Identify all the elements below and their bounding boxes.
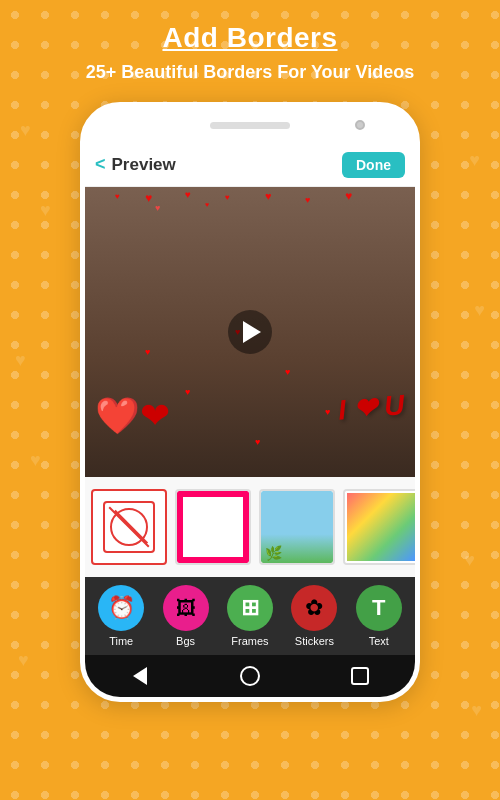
ilu-sticker: I ❤ U [337, 391, 406, 425]
text-icon: T [372, 595, 385, 621]
tool-stickers[interactable]: ✿ Stickers [291, 585, 337, 647]
bg-heart-9: ♥ [471, 700, 482, 721]
scatter-4: ♥ [325, 407, 335, 417]
time-label: Time [109, 635, 133, 647]
tool-bgs[interactable]: 🖼 Bgs [163, 585, 209, 647]
tool-time[interactable]: ⏰ Time [98, 585, 144, 647]
nav-home-button[interactable] [236, 662, 264, 690]
page-title: Add Borders [162, 22, 337, 54]
bgs-label: Bgs [176, 635, 195, 647]
no-frame-circle [110, 508, 148, 546]
colorful-inner [347, 493, 415, 561]
app-content: < Preview Done ♥ ♥ ♥ ♥ ♥ ♥ ♥ ♥ ♥ [85, 143, 415, 655]
time-icon-bg: ⏰ [98, 585, 144, 631]
stickers-label: Stickers [295, 635, 334, 647]
frame-nature[interactable] [259, 489, 335, 565]
scatter-5: ♥ [255, 437, 265, 447]
tool-text[interactable]: T Text [356, 585, 402, 647]
nav-home-icon [240, 666, 260, 686]
vid-heart-1: ♥ [145, 191, 152, 205]
bgs-icon: 🖼 [176, 597, 196, 620]
bg-heart-8: ♥ [18, 650, 29, 671]
stickers-icon: ✿ [305, 595, 323, 621]
frame-pink[interactable] [175, 489, 251, 565]
nav-recents-button[interactable] [346, 662, 374, 690]
vid-heart-5: ♥ [305, 195, 310, 205]
text-icon-bg: T [356, 585, 402, 631]
nav-back-button[interactable] [126, 662, 154, 690]
vid-heart-3: ♥ [225, 193, 230, 202]
phone-frame: < Preview Done ♥ ♥ ♥ ♥ ♥ ♥ ♥ ♥ ♥ [80, 102, 420, 702]
bgs-icon-bg: 🖼 [163, 585, 209, 631]
vid-heart-2: ♥ [185, 189, 191, 200]
text-label: Text [369, 635, 389, 647]
scatter-3: ♥ [185, 387, 195, 397]
frame-none[interactable] [91, 489, 167, 565]
done-button[interactable]: Done [342, 152, 405, 178]
nav-square-icon [351, 667, 369, 685]
app-topbar: < Preview Done [85, 143, 415, 187]
bg-heart-3: ♥ [15, 350, 26, 371]
no-frame-icon [103, 501, 155, 553]
frames-label: Frames [231, 635, 268, 647]
stickers-icon-bg: ✿ [291, 585, 337, 631]
video-preview: ♥ ♥ ♥ ♥ ♥ ♥ ♥ ♥ ♥ ♥ ♥ ♥ ♥ ♥ ♥ [85, 187, 415, 477]
pink-border [177, 491, 249, 563]
page-subtitle: 25+ Beautiful Borders For Your Videos [66, 60, 435, 84]
frames-icon: ⊞ [241, 595, 259, 621]
frames-row [85, 477, 415, 577]
phone-nav-bar [85, 655, 415, 697]
play-icon [243, 321, 261, 343]
tool-frames[interactable]: ⊞ Frames [227, 585, 273, 647]
vid-heart-9: ♥ [205, 201, 209, 208]
vid-heart-8: ♥ [155, 203, 160, 213]
bottom-toolbar: ⏰ Time 🖼 Bgs ⊞ Frames [85, 577, 415, 655]
preview-label: Preview [112, 155, 342, 175]
frames-icon-bg: ⊞ [227, 585, 273, 631]
bg-heart-1: ♥ [20, 120, 31, 141]
bg-heart-7: ♥ [464, 550, 475, 571]
phone-speaker [210, 122, 290, 129]
vid-heart-6: ♥ [345, 189, 352, 203]
vid-heart-7: ♥ [115, 192, 120, 201]
bg-heart-5: ♥ [469, 150, 480, 171]
vid-heart-4: ♥ [265, 190, 272, 202]
bg-heart-2: ♥ [40, 200, 51, 221]
hearts-sticker: ❤️❤ [95, 395, 170, 437]
back-button[interactable]: < [95, 154, 106, 175]
bg-heart-4: ♥ [30, 450, 41, 471]
play-button[interactable] [228, 310, 272, 354]
frame-colorful[interactable] [343, 489, 415, 565]
scatter-6: ♥ [145, 347, 155, 357]
colorful-border [345, 491, 415, 563]
nav-back-icon [133, 667, 147, 685]
nature-border [261, 491, 333, 563]
time-icon: ⏰ [108, 595, 135, 621]
phone-camera [355, 120, 365, 130]
phone-top-bar [85, 107, 415, 143]
bg-heart-6: ♥ [474, 300, 485, 321]
scatter-2: ♥ [285, 367, 295, 377]
page-wrapper: ♥ ♥ ♥ ♥ ♥ ♥ ♥ ♥ ♥ Add Borders 25+ Beauti… [0, 0, 500, 702]
